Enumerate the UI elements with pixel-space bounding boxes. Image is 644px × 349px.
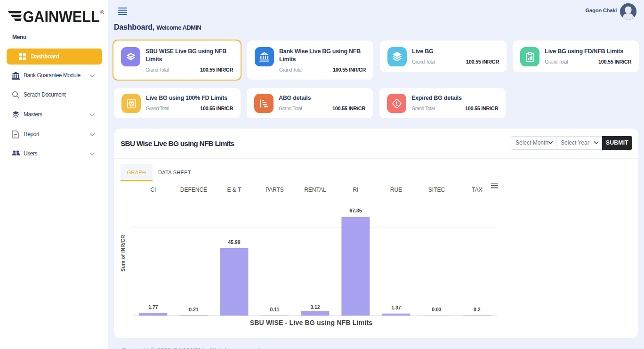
svg-text:GAINWELL: GAINWELL (23, 8, 100, 25)
svg-text:0.11: 0.11 (270, 307, 279, 312)
svg-text:Sum of INR/CR: Sum of INR/CR (120, 235, 126, 272)
svg-text:TAX: TAX (472, 187, 482, 193)
svg-text:0.21: 0.21 (189, 307, 199, 312)
svg-text:RUE: RUE (390, 187, 402, 193)
svg-text:67.35: 67.35 (349, 208, 362, 213)
svg-text:SITEC: SITEC (428, 187, 445, 193)
svg-text:45.99: 45.99 (228, 239, 240, 245)
svg-text:0.03: 0.03 (432, 307, 442, 312)
svg-text:0.2: 0.2 (474, 307, 481, 312)
svg-text:DEFENCE: DEFENCE (180, 187, 207, 193)
svg-text:SBU WISE - Live BG using NFB L: SBU WISE - Live BG using NFB Limits (250, 319, 373, 326)
svg-text:PARTS: PARTS (266, 187, 284, 193)
svg-text:®: ® (100, 9, 104, 15)
svg-text:E & T: E & T (227, 187, 242, 193)
svg-text:CI: CI (150, 187, 156, 193)
svg-text:1.37: 1.37 (391, 305, 401, 310)
svg-text:1.77: 1.77 (148, 304, 158, 310)
svg-text:RENTAL: RENTAL (304, 187, 326, 193)
svg-text:RI: RI (353, 187, 358, 193)
svg-text:3.12: 3.12 (310, 304, 320, 310)
